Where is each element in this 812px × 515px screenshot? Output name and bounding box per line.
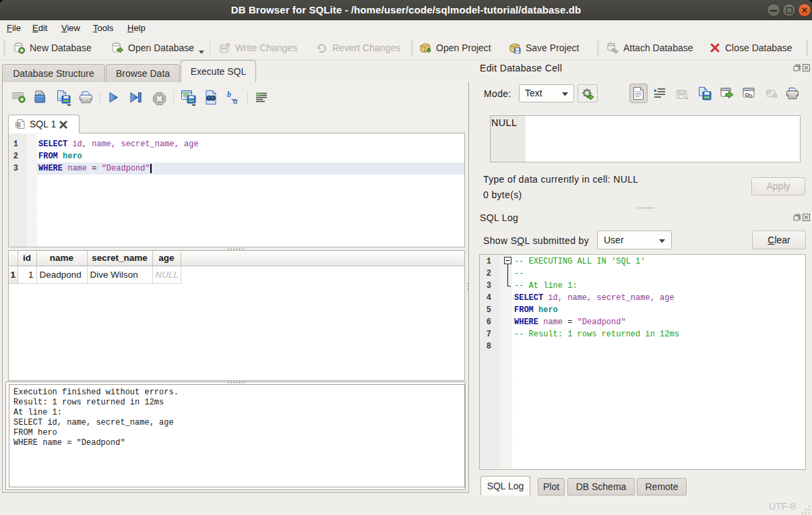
svg-text:b: b [227,90,231,99]
